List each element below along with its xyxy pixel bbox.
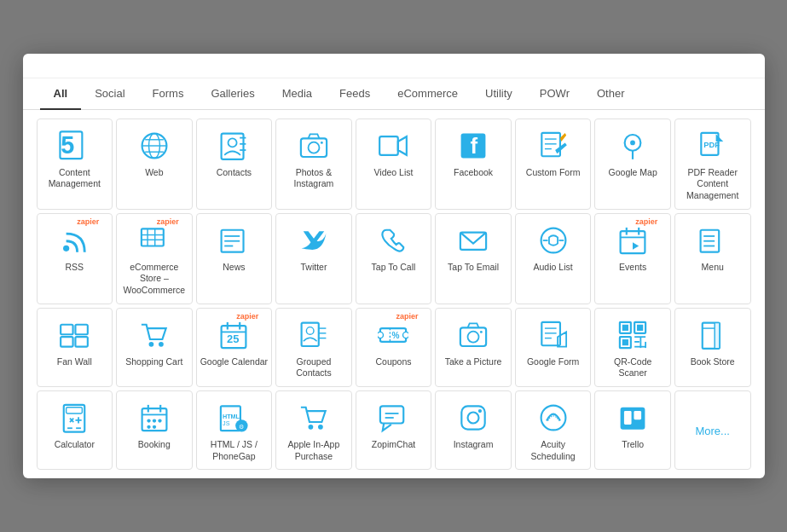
svg-text:JS: JS	[223, 419, 230, 427]
feature-item-rss[interactable]: zapierRSS	[37, 213, 113, 304]
feature-label: eCommerce Store – WooCommerce	[120, 262, 188, 297]
feature-label: Contacts	[217, 167, 252, 179]
svg-rect-54	[61, 337, 72, 347]
svg-text:%: %	[392, 330, 400, 339]
feature-item-globe[interactable]: Web	[116, 119, 193, 210]
feature-item-gform[interactable]: Google Form	[515, 308, 592, 387]
tab-powr[interactable]: POWr	[526, 78, 583, 110]
feature-item-camera[interactable]: Photos & Instagram	[275, 119, 352, 210]
tab-forms[interactable]: Forms	[139, 78, 198, 110]
book-icon	[695, 317, 731, 353]
svg-point-64	[306, 327, 314, 334]
svg-point-14	[321, 142, 323, 144]
feature-item-chat[interactable]: ZopimChat	[356, 390, 432, 470]
feature-label: Tap To Email	[448, 262, 499, 274]
feature-item-cart2[interactable]: Apple In-App Purchase	[275, 390, 352, 470]
feature-item-contacts[interactable]: Contacts	[196, 119, 273, 210]
feature-label: Google Map	[609, 167, 657, 179]
feature-item-events[interactable]: zapierEvents	[594, 213, 671, 304]
feature-item-menu[interactable]: Menu	[674, 213, 751, 304]
form-icon	[535, 128, 571, 164]
feature-item-takepic[interactable]: Take a Picture	[435, 308, 512, 387]
feature-label: Content Management	[41, 167, 109, 190]
feature-item-email[interactable]: Tap To Email	[435, 213, 512, 304]
feature-item-qrcode[interactable]: QR-Code Scaner	[594, 308, 671, 387]
calendar-icon: 25zapier	[216, 317, 252, 353]
feature-item-instagram[interactable]: Instagram	[435, 390, 512, 470]
feature-item-book[interactable]: Book Store	[674, 308, 751, 387]
tab-galleries[interactable]: Galleries	[197, 78, 268, 110]
tab-social[interactable]: Social	[81, 78, 138, 110]
feature-item-form[interactable]: Custom Form	[515, 119, 592, 210]
feature-item-cart[interactable]: Shopping Cart	[116, 308, 193, 387]
feature-label: Apple In-App Purchase	[280, 439, 348, 462]
news-icon	[216, 223, 252, 258]
video-icon	[375, 128, 411, 164]
feature-label: Custom Form	[526, 167, 581, 179]
feature-item-trello[interactable]: Trello	[594, 390, 671, 470]
tab-utility[interactable]: Utility	[472, 78, 526, 110]
svg-point-109	[158, 419, 161, 422]
booking-icon	[136, 400, 172, 436]
tab-other[interactable]: Other	[583, 78, 639, 110]
feature-item-coupons[interactable]: %zapierCoupons	[356, 308, 432, 387]
menu-icon	[695, 223, 731, 258]
feature-label: Acuity Scheduling	[519, 439, 587, 462]
svg-marker-28	[715, 134, 723, 142]
feature-item-calendar[interactable]: 25zapierGoogle Calendar	[196, 308, 273, 387]
coupons-icon: %zapier	[375, 317, 411, 353]
feature-label: Google Form	[527, 356, 579, 368]
feature-item-grouped[interactable]: Grouped Contacts	[275, 308, 352, 387]
feature-label: Instagram	[454, 439, 494, 451]
feature-label: Fan Wall	[57, 356, 92, 368]
tab-all[interactable]: All	[40, 78, 82, 110]
feature-label: ZopimChat	[372, 439, 415, 451]
feature-item-html[interactable]: HTMLJS⚙HTML / JS / PhoneGap	[196, 390, 273, 470]
call-icon	[375, 223, 411, 258]
feature-item-twitter[interactable]: Twitter	[275, 213, 352, 304]
cart-icon	[136, 317, 172, 353]
feature-label: Web	[145, 167, 163, 179]
svg-rect-30	[142, 228, 164, 246]
feature-item-pdf[interactable]: PDFPDF Reader Content Management	[674, 119, 751, 210]
svg-text:f: f	[470, 134, 477, 158]
feature-item-ecommerce[interactable]: zapiereCommerce Store – WooCommerce	[116, 213, 193, 304]
svg-rect-53	[76, 324, 88, 334]
svg-rect-122	[461, 406, 484, 429]
zapier-badge: zapier	[77, 217, 99, 226]
tab-media[interactable]: Media	[269, 78, 326, 110]
feature-label: Calculator	[55, 439, 95, 451]
feature-item-html5[interactable]: 5Content Management	[37, 119, 113, 210]
feature-label: Twitter	[300, 262, 327, 274]
svg-point-118	[318, 425, 323, 430]
svg-text:25: 25	[227, 332, 239, 345]
tab-feeds[interactable]: Feeds	[326, 78, 384, 110]
svg-point-29	[63, 245, 69, 251]
svg-rect-15	[380, 136, 399, 155]
rss-icon: zapier	[56, 223, 92, 258]
svg-rect-52	[61, 324, 72, 334]
fanwall-icon	[56, 317, 92, 353]
feature-item-call[interactable]: Tap To Call	[356, 213, 432, 304]
calculator-icon	[56, 400, 92, 436]
feature-item-fanwall[interactable]: Fan Wall	[37, 308, 113, 387]
feature-item-news[interactable]: News	[196, 213, 273, 304]
svg-point-75	[480, 331, 483, 333]
features-grid: 5Content ManagementWebContactsPhotos & I…	[23, 110, 765, 478]
svg-point-8	[229, 138, 237, 147]
svg-point-57	[159, 342, 164, 347]
feature-item-acuity[interactable]: Acuity Scheduling	[515, 390, 592, 470]
feature-item-booking[interactable]: Booking	[116, 390, 193, 470]
svg-point-56	[148, 342, 153, 347]
feature-label: Events	[619, 262, 646, 274]
map-icon	[615, 128, 651, 164]
tab-ecommerce[interactable]: eCommerce	[384, 78, 472, 110]
more-button[interactable]: More...	[674, 390, 751, 470]
feature-item-video[interactable]: Video List	[356, 119, 432, 210]
feature-label: QR-Code Scaner	[599, 356, 667, 379]
feature-item-audio[interactable]: Audio List	[515, 213, 592, 304]
feature-item-map[interactable]: Google Map	[594, 119, 671, 210]
feature-item-facebook[interactable]: fFacebook	[435, 119, 512, 210]
feature-item-calculator[interactable]: Calculator	[37, 390, 113, 470]
feature-label: Facebook	[454, 167, 493, 179]
